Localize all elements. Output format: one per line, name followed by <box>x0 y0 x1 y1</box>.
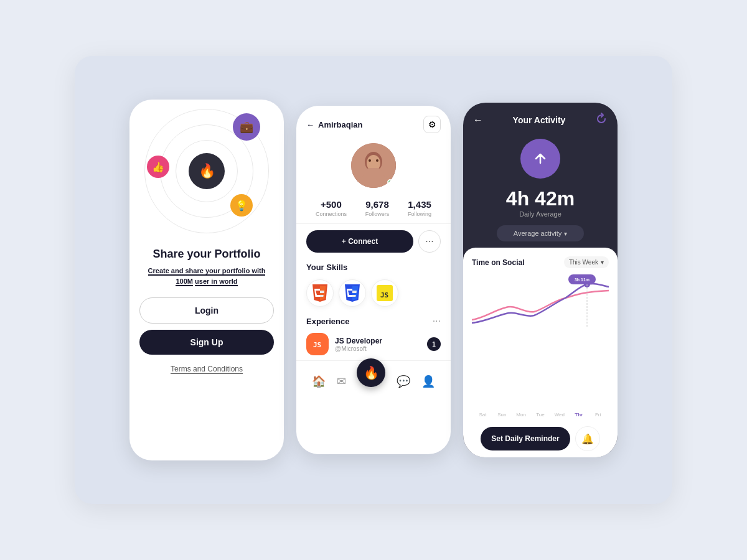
profile-stats: +500 Connections 9,678 Followers 1,435 F… <box>296 193 451 224</box>
experience-more-icon[interactable]: ··· <box>433 315 441 327</box>
center-nav-button[interactable]: 🔥 <box>357 358 385 387</box>
mail-nav-icon[interactable]: ✉ <box>337 375 346 388</box>
chart-section: Time on Social This Week ▾ 3h 1 <box>463 248 618 457</box>
avatar <box>351 143 396 188</box>
chevron-down-icon: ▾ <box>564 230 567 237</box>
followers-value: 9,678 <box>365 199 390 210</box>
activity-bottom-bar: Set Daily Reminder 🔔 <box>472 420 609 457</box>
skills-list: JS <box>296 276 451 313</box>
avg-activity-label: Average activity <box>514 230 561 237</box>
experience-section-title: Experience <box>306 317 349 326</box>
profile-header: ← Amirbaqian ⚙ <box>296 106 451 138</box>
js-logo-icon: JS <box>311 338 324 350</box>
js-skill: JS <box>371 279 398 307</box>
bell-icon: 🔔 <box>581 433 594 445</box>
followers-label: Followers <box>365 211 390 217</box>
activity-chart-svg: 3h 11m <box>472 273 609 332</box>
average-activity-button[interactable]: Average activity ▾ <box>497 225 584 241</box>
terms-link[interactable]: Terms and Conditions <box>171 365 243 374</box>
activity-header: ← Your Activity <box>463 103 618 134</box>
daily-average-label: Daily Average <box>463 210 618 218</box>
portfolio-subtitle: Create and share your portfolio with 100… <box>148 266 266 286</box>
up-arrow-icon <box>533 151 548 166</box>
css3-icon <box>344 284 360 302</box>
settings-button[interactable]: ⚙ <box>423 116 441 133</box>
set-daily-reminder-button[interactable]: Set Daily Reminder <box>481 427 570 450</box>
connect-button[interactable]: + Connect <box>306 230 413 253</box>
back-arrow-icon: ← <box>306 120 314 129</box>
day-mon: Mon <box>512 412 531 418</box>
html5-icon <box>312 284 328 302</box>
job-title: JS Developer <box>335 337 421 345</box>
svg-point-6 <box>376 159 378 162</box>
week-select[interactable]: This Week ▾ <box>564 256 609 268</box>
followers-stat: 9,678 Followers <box>365 199 390 217</box>
bell-button[interactable]: 🔔 <box>575 426 600 451</box>
portfolio-title: Share your Portfolio <box>148 248 266 261</box>
fire-nav-icon: 🔥 <box>364 365 379 380</box>
day-wed: Wed <box>550 412 569 418</box>
back-button[interactable]: ← Amirbaqian <box>306 120 363 129</box>
svg-point-5 <box>369 159 371 162</box>
week-chevron-icon: ▾ <box>601 259 604 266</box>
activity-circle-wrap <box>463 139 618 179</box>
day-thr: Thr <box>569 412 588 418</box>
day-tue: Tue <box>531 412 550 418</box>
chart-header: Time on Social This Week ▾ <box>472 256 609 268</box>
portfolio-text: Share your Portfolio Create and share yo… <box>133 248 281 286</box>
company-name: @Microsoft <box>335 345 421 352</box>
home-nav-icon[interactable]: 🏠 <box>312 375 326 388</box>
css3-skill <box>339 279 366 307</box>
profile-actions: + Connect ··· <box>296 224 451 259</box>
connections-stat: +500 Connections <box>316 199 347 217</box>
activity-circle <box>520 139 560 179</box>
experience-badge: 1 <box>427 337 441 351</box>
activity-title: Your Activity <box>513 115 566 125</box>
activity-time-value: 4h 42m <box>463 187 618 210</box>
connections-value: +500 <box>316 199 347 210</box>
microsoft-logo: JS <box>306 333 329 355</box>
connections-label: Connections <box>316 211 347 217</box>
signup-button[interactable]: Sign Up <box>139 330 274 355</box>
center-fire-icon: 🔥 <box>189 153 225 189</box>
day-sun: Sun <box>492 412 512 418</box>
phone-activity: ← Your Activity 4h 42m Daily Average <box>463 103 618 457</box>
svg-rect-4 <box>365 168 382 188</box>
experience-info: JS Developer @Microsoft <box>335 337 421 352</box>
following-label: Following <box>408 211 431 217</box>
week-label: This Week <box>569 259 598 266</box>
briefcase-icon-float: 💼 <box>233 113 260 141</box>
skills-section-title: Your Skills <box>296 259 451 276</box>
portfolio-circles: 🔥 💼 👍 💡 <box>129 100 284 243</box>
sync-icon <box>595 113 608 125</box>
lightbulb-icon-float: 💡 <box>230 194 253 217</box>
html5-skill <box>306 279 334 307</box>
profile-nav-icon[interactable]: 👤 <box>421 375 435 388</box>
bottom-nav: 🏠 ✉ 🔥 💬 👤 <box>296 360 451 402</box>
thumbsup-icon-float: 👍 <box>147 156 169 178</box>
activity-back-icon[interactable]: ← <box>473 114 483 126</box>
following-value: 1,435 <box>408 199 431 210</box>
login-button[interactable]: Login <box>139 297 274 324</box>
flame-icon: 🔥 <box>199 163 215 179</box>
phone-portfolio: 🔥 💼 👍 💡 Share your Portfolio Create and … <box>129 100 284 460</box>
svg-text:JS: JS <box>313 341 321 349</box>
chart-title: Time on Social <box>472 258 524 267</box>
day-sat: Sat <box>473 412 492 418</box>
svg-text:3h 11m: 3h 11m <box>575 278 590 282</box>
day-fri: Fri <box>588 412 608 418</box>
js-icon: JS <box>377 285 393 301</box>
gear-icon: ⚙ <box>428 119 436 129</box>
more-button[interactable]: ··· <box>418 230 441 253</box>
highlight-text: 100M <box>176 278 193 286</box>
online-indicator <box>387 179 393 185</box>
activity-time-block: 4h 42m Daily Average <box>463 184 618 219</box>
svg-text:JS: JS <box>380 291 388 299</box>
experience-header: Experience ··· <box>296 313 451 328</box>
chat-nav-icon[interactable]: 💬 <box>397 375 410 388</box>
experience-item: JS JS Developer @Microsoft 1 <box>296 328 451 360</box>
chart-area: 3h 11m <box>472 273 609 409</box>
avatar-container <box>296 143 451 188</box>
phone-profile: ← Amirbaqian ⚙ <box>296 106 451 454</box>
refresh-icon[interactable] <box>595 113 608 128</box>
